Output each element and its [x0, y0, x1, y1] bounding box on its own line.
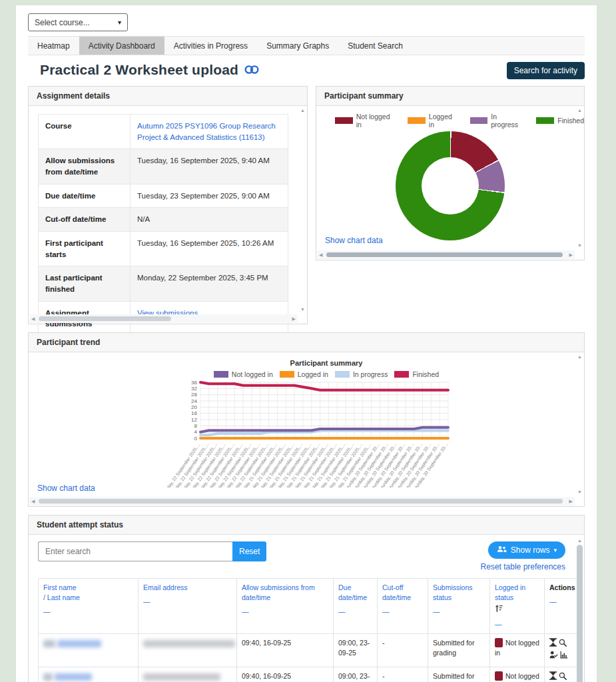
legend-label: Finished — [412, 370, 439, 378]
student-name-link[interactable] — [43, 672, 94, 680]
donut-ring — [396, 131, 505, 240]
detail-value-link[interactable]: Autumn 2025 PSY1096 Group Research Proje… — [137, 122, 276, 141]
sort-icon[interactable] — [495, 605, 539, 615]
legend-item: In progress — [470, 113, 526, 129]
student-attempt-status-header: Student attempt status — [29, 515, 584, 535]
column-filter-dash[interactable]: — — [143, 597, 232, 607]
column-title[interactable]: First name — [43, 583, 133, 593]
scroll-left-icon[interactable]: ◀ — [31, 499, 35, 504]
hourglass-icon[interactable] — [549, 671, 557, 682]
participant-trend-panel: Participant trend Participant summary No… — [28, 332, 585, 507]
detail-row: Last participant finishedMonday, 22 Sept… — [39, 266, 288, 301]
detail-row: CourseAutumn 2025 PSY1096 Group Research… — [39, 115, 288, 149]
column-title[interactable]: Cut-off — [382, 583, 423, 593]
show-rows-label: Show rows — [511, 545, 550, 555]
legend-label: Not logged in — [232, 370, 273, 378]
logged-in-status-cell: Not logged in — [490, 667, 545, 682]
column-title[interactable]: / Last name — [43, 593, 133, 603]
column-title[interactable]: Email address — [143, 583, 232, 593]
column-filter-dash[interactable]: — — [433, 607, 485, 617]
bar-chart-icon[interactable] — [560, 651, 568, 661]
column-filter-dash[interactable]: — — [338, 607, 372, 617]
scroll-up-icon[interactable]: ▲ — [300, 108, 305, 113]
tab-activity-dashboard[interactable]: Activity Dashboard — [79, 37, 164, 55]
column-title[interactable]: Submissions — [433, 583, 485, 593]
scroll-down-icon[interactable]: ▼ — [577, 243, 582, 248]
column-title[interactable]: status — [495, 593, 539, 603]
redacted-name-bar — [55, 673, 92, 681]
scroll-right-icon[interactable]: ▶ — [569, 499, 573, 504]
magnifier-icon[interactable] — [559, 639, 567, 649]
column-filter-dash[interactable]: — — [43, 607, 133, 617]
column-filter-dash[interactable]: — — [382, 607, 423, 617]
user-check-icon[interactable] — [549, 651, 558, 661]
scroll-left-icon[interactable]: ◀ — [31, 316, 35, 321]
column-title[interactable]: date/time — [242, 593, 328, 603]
redacted-email-bar — [143, 673, 220, 681]
svg-text:36: 36 — [191, 380, 197, 386]
scroll-left-icon[interactable]: ◀ — [319, 252, 322, 257]
column-title[interactable]: Due date/time — [338, 583, 372, 603]
column-title[interactable]: Logged in — [495, 583, 539, 593]
legend-swatch — [214, 371, 228, 378]
horizontal-scrollbar[interactable]: ◀ ▶ — [317, 250, 575, 259]
status-badge — [495, 671, 503, 681]
column-title[interactable]: date/time — [382, 593, 423, 603]
tab-bar: HeatmapActivity DashboardActivities in P… — [28, 36, 585, 55]
scrollbar-thumb[interactable] — [39, 316, 171, 321]
magnifier-icon[interactable] — [559, 672, 567, 682]
scroll-down-icon[interactable]: ▼ — [577, 490, 582, 494]
horizontal-scrollbar[interactable]: ◀ ▶ — [29, 314, 298, 323]
allow-from-cell: 09:40, 16-09-25 — [237, 633, 334, 667]
show-rows-button[interactable]: Show rows ▾ — [488, 541, 565, 559]
column-header-allow-submissions-from-date-time: Allow submissions fromdate/time— — [237, 579, 334, 634]
scroll-right-icon[interactable]: ▶ — [292, 316, 296, 321]
svg-text:24: 24 — [191, 398, 197, 404]
svg-text:28: 28 — [191, 392, 197, 398]
detail-label: Course — [39, 115, 131, 149]
column-header-first-name-last-name: First name/ Last name— — [39, 579, 139, 634]
reset-table-preferences-link[interactable]: Reset table preferences — [481, 562, 565, 571]
tab-summary-graphs[interactable]: Summary Graphs — [257, 37, 338, 55]
legend-item: Logged in — [408, 113, 459, 129]
tab-student-search[interactable]: Student Search — [338, 37, 412, 55]
column-filter-dash[interactable]: — — [495, 619, 539, 629]
svg-text:16: 16 — [191, 410, 197, 416]
show-chart-data-link[interactable]: Show chart data — [325, 236, 383, 245]
table-row: 09:40, 16-09-2509:00, 23-09-25-Submitted… — [39, 667, 579, 682]
redacted-name-bar — [43, 640, 55, 647]
legend-swatch — [280, 371, 294, 378]
scroll-up-icon[interactable]: ▲ — [577, 108, 582, 113]
trend-legend: Not logged inLogged inIn progressFinishe… — [49, 370, 604, 378]
chevron-down-icon: ▾ — [553, 547, 557, 553]
table-right-controls: Show rows ▾ Reset table preferences — [481, 541, 565, 571]
vertical-scrollbar-thumb[interactable] — [577, 545, 583, 682]
scroll-right-icon[interactable]: ▶ — [569, 252, 573, 257]
scrollbar-thumb[interactable] — [39, 499, 563, 504]
scroll-up-icon[interactable]: ▲ — [577, 538, 582, 543]
tab-activities-in-progress[interactable]: Activities in Progress — [164, 37, 257, 55]
legend-item: Finished — [394, 370, 439, 378]
search-for-activity-button[interactable]: Search for activity — [507, 62, 585, 79]
detail-label: Allow submissions from date/time — [39, 149, 131, 184]
scroll-up-icon[interactable]: ▲ — [577, 354, 582, 359]
reset-button[interactable]: Reset — [232, 541, 266, 561]
tab-heatmap[interactable]: Heatmap — [28, 37, 79, 55]
due-cell: 09:00, 23-09-25 — [334, 667, 378, 682]
scrollbar-thumb[interactable] — [326, 252, 563, 257]
show-chart-data-link[interactable]: Show chart data — [37, 484, 95, 493]
column-filter-dash[interactable]: — — [242, 607, 328, 617]
search-input[interactable] — [38, 541, 232, 561]
column-title[interactable]: Allow submissions from — [242, 583, 328, 593]
submissions-status-cell: Submitted for grading — [428, 667, 490, 682]
column-title[interactable]: status — [433, 593, 485, 603]
horizontal-scrollbar[interactable]: ◀ ▶ — [29, 497, 575, 506]
course-select[interactable]: Select course... ▾ — [28, 13, 128, 31]
donut-hole — [422, 157, 479, 214]
student-name-link[interactable] — [43, 639, 103, 647]
submissions-status-cell: Submitted for grading — [428, 633, 490, 667]
column-filter-dash[interactable]: — — [549, 597, 574, 607]
table-row: 09:40, 16-09-2509:00, 23-09-25-Submitted… — [39, 633, 579, 667]
scroll-down-icon[interactable]: ▼ — [300, 307, 305, 312]
hourglass-icon[interactable] — [549, 638, 557, 649]
